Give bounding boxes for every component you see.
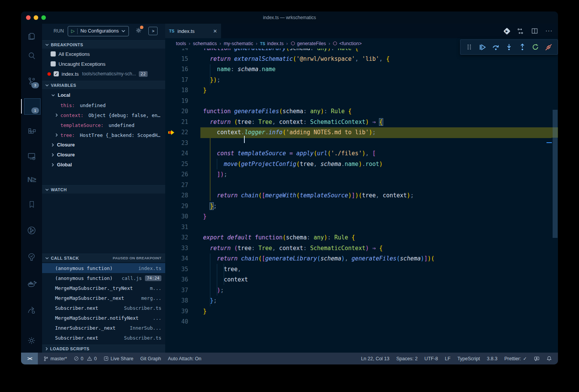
line-number[interactable]: 35 (165, 264, 188, 275)
checkbox-unchecked[interactable] (50, 61, 56, 67)
line-number[interactable]: 24 (165, 148, 188, 159)
code-line[interactable]: 31 (165, 222, 558, 233)
line-number[interactable]: 29 (165, 201, 188, 212)
code-line[interactable]: 35 tree, (165, 264, 558, 275)
breadcrumb-item[interactable]: <function> (333, 41, 361, 46)
remote-indicator[interactable]: >< (21, 353, 38, 364)
vertical-scrollbar[interactable] (553, 110, 558, 238)
breadcrumb-item[interactable]: generateFiles (291, 41, 326, 46)
debug-console-icon[interactable]: > (148, 27, 158, 35)
line-number[interactable]: 21 (165, 117, 188, 128)
run-debug-icon[interactable]: 1 (21, 96, 42, 116)
call-stack-frame[interactable]: InnerSubscriber._nextInnerSub... (42, 323, 165, 333)
tab-index-ts[interactable]: TS index.ts ✕ (165, 24, 221, 38)
call-stack-section-header[interactable]: CALL STACK PAUSED ON BREAKPOINT (42, 254, 165, 262)
compare-changes-icon[interactable] (517, 28, 524, 35)
toolbar-drag-grip[interactable] (465, 43, 473, 51)
call-stack-frame[interactable]: (anonymous function)call.js74:24 (42, 273, 165, 283)
git-graph-item[interactable]: Git Graph (140, 356, 161, 361)
settings-gear-icon[interactable] (21, 330, 42, 350)
line-number[interactable]: 38 (165, 296, 188, 306)
extensions-icon[interactable] (21, 122, 42, 142)
start-debug-icon[interactable]: ▷ (71, 28, 75, 34)
code-line[interactable]: 19 (165, 96, 558, 107)
step-out-icon[interactable] (518, 43, 527, 51)
breadcrumb-item[interactable]: my-schematic (224, 41, 253, 46)
encoding-item[interactable]: UTF-8 (424, 356, 438, 361)
code-viewport[interactable]: 14function generateLibrary(schema: any):… (165, 49, 558, 353)
code-line[interactable]: 20function generateFiles(schema: any): R… (165, 106, 558, 117)
live-share-item[interactable]: Live Share (104, 356, 133, 361)
line-number[interactable]: 31 (165, 222, 188, 233)
code-line[interactable]: 25 move(getProjectConfig(tree, schema.na… (165, 159, 558, 170)
code-line[interactable]: 18} (165, 85, 558, 96)
line-number[interactable]: 28 (165, 190, 188, 201)
breakpoint-row-all-exceptions[interactable]: All Exceptions (42, 49, 165, 59)
language-mode-item[interactable]: TypeScript (457, 356, 480, 361)
line-number[interactable]: 33 (165, 243, 188, 254)
line-number[interactable]: 23 (165, 138, 188, 149)
code-line[interactable]: 23 (165, 138, 558, 149)
continue-icon[interactable] (478, 43, 487, 51)
code-line[interactable]: 40 (165, 317, 558, 327)
configure-gear-icon[interactable] (135, 27, 142, 36)
feedback-item[interactable] (534, 356, 540, 361)
line-number[interactable]: 37 (165, 285, 188, 296)
code-line[interactable]: 33 return (tree: Tree, context: Schemati… (165, 243, 558, 254)
line-number[interactable]: 34 (165, 254, 188, 264)
code-line[interactable]: 28 return chain([mergeWith(templateSourc… (165, 190, 558, 201)
line-number[interactable]: 22 (165, 127, 188, 138)
bookmarks-icon[interactable] (21, 194, 42, 214)
line-number[interactable]: 30 (165, 211, 188, 222)
watch-section-header[interactable]: WATCH (42, 185, 165, 194)
source-control-icon[interactable]: 3 (21, 71, 42, 91)
git-branch-item[interactable]: master* (43, 356, 67, 361)
disconnect-icon[interactable] (545, 43, 553, 51)
auto-attach-item[interactable]: Auto Attach: On (168, 356, 202, 361)
call-stack-frame[interactable]: MergeMapSubscriber.notifyNext... (42, 313, 165, 323)
code-line[interactable]: 26 ]); (165, 169, 558, 180)
remote-explorer-icon[interactable] (21, 146, 42, 166)
code-line[interactable]: 15 return externalSchematic('@nrwl/works… (165, 54, 558, 65)
prettier-item[interactable]: Prettier: ✓ (504, 356, 527, 361)
code-line[interactable]: 27 (165, 180, 558, 191)
docker-icon[interactable] (21, 274, 42, 294)
step-over-icon[interactable] (491, 43, 500, 51)
code-line[interactable]: 37 ); (165, 285, 558, 296)
line-number[interactable]: 27 (165, 180, 188, 191)
call-stack-frame[interactable]: (anonymous function)index.ts (42, 263, 165, 273)
breakpoint-row-index-ts[interactable]: ✓ index.ts tools/schematics/my-sch... 22 (42, 69, 165, 79)
todo-tree-icon[interactable] (21, 247, 42, 267)
cursor-position-item[interactable]: Ln 22, Col 13 (361, 356, 389, 361)
call-stack-frame[interactable]: Subscriber.nextSubscriber.ts (42, 333, 165, 343)
breadcrumb-item[interactable]: schematics (193, 41, 217, 46)
variable-row[interactable]: templateSource:undefined (42, 120, 165, 130)
breadcrumb-item[interactable]: tools (176, 41, 186, 46)
checkbox-unchecked[interactable] (50, 51, 56, 57)
launch-configuration-dropdown[interactable]: ▷ No Configurations (68, 26, 129, 36)
step-into-icon[interactable] (505, 43, 513, 51)
code-line[interactable]: 32export default function(schema: any): … (165, 233, 558, 243)
line-number[interactable]: 26 (165, 169, 188, 180)
code-line[interactable]: 38 }; (165, 296, 558, 306)
code-line[interactable]: 16 name: schema.name (165, 64, 558, 75)
loaded-scripts-section-header[interactable]: LOADED SCRIPTS (42, 345, 165, 353)
line-number[interactable]: 17 (165, 75, 188, 86)
problems-item[interactable]: 0 0 (74, 356, 97, 361)
variable-row[interactable]: tree:HostTree {_backend: ScopedH… (42, 130, 165, 140)
explorer-icon[interactable] (21, 26, 42, 46)
split-editor-icon[interactable] (531, 28, 538, 34)
restart-icon[interactable] (531, 43, 540, 51)
variable-row[interactable]: this:undefined (42, 100, 165, 110)
breakpoint-row-uncaught-exceptions[interactable]: Uncaught Exceptions (42, 59, 165, 69)
code-line[interactable]: 39} (165, 306, 558, 317)
line-number[interactable]: 18 (165, 85, 188, 96)
git-graph-icon[interactable] (21, 220, 42, 240)
variable-scope-row[interactable]: Local (42, 90, 165, 100)
deploy-share-icon[interactable] (21, 300, 42, 320)
line-number[interactable]: 15 (165, 54, 188, 65)
code-line[interactable]: 21 return (tree: Tree, context: Schemati… (165, 117, 558, 128)
call-stack-frame[interactable]: MergeMapSubscriber._tryNextm... (42, 283, 165, 293)
breadcrumb-item[interactable]: TSindex.ts (260, 41, 284, 46)
variables-section-header[interactable]: VARIABLES (42, 81, 165, 89)
